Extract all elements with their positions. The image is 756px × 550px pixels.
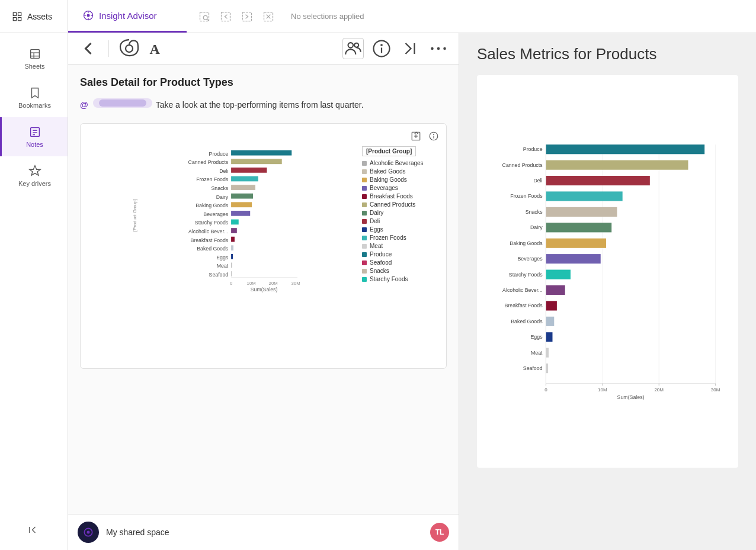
center-toolbar: A xyxy=(68,33,459,65)
bar-rect[interactable] xyxy=(546,301,556,310)
people-icon xyxy=(343,38,363,59)
sidebar-collapse-button[interactable] xyxy=(0,516,68,544)
bar-rect[interactable] xyxy=(546,270,571,279)
svg-rect-57 xyxy=(231,211,250,216)
svg-rect-18 xyxy=(30,50,39,59)
legend-item: Seafood xyxy=(362,259,439,266)
mention-chip[interactable] xyxy=(93,98,152,108)
bar-label: Beverages xyxy=(517,256,543,262)
legend-dot xyxy=(362,236,367,240)
assets-tab[interactable]: Assets xyxy=(0,0,68,33)
legend-label: Starchy Foods xyxy=(370,276,408,282)
back-arrow-icon xyxy=(78,38,99,59)
bar-rect[interactable] xyxy=(546,317,554,326)
svg-text:Baked Goods: Baked Goods xyxy=(197,246,229,252)
shared-space-label: My shared space xyxy=(106,528,423,537)
bar-label: Baked Goods xyxy=(511,319,543,324)
legend-dot xyxy=(362,161,367,166)
bar-rect[interactable] xyxy=(546,239,606,248)
sidebar: Sheets Bookmarks Notes Key drivers xyxy=(0,33,68,550)
svg-rect-1 xyxy=(18,12,21,15)
svg-text:Seafood: Seafood xyxy=(209,272,229,278)
main-chart-svg: ProduceCanned ProductsDeliFrozen FoodsSn… xyxy=(483,87,726,454)
sidebar-item-bookmarks[interactable]: Bookmarks xyxy=(0,78,68,117)
legend-item: Baked Goods xyxy=(362,168,439,175)
x-tick-label: 30M xyxy=(711,387,720,393)
svg-text:Sum(Sales): Sum(Sales) xyxy=(251,287,278,293)
bar-rect[interactable] xyxy=(546,223,611,232)
search-selections-icon[interactable] xyxy=(198,11,210,22)
forward-button[interactable] xyxy=(399,38,421,59)
sidebar-item-sheets[interactable]: Sheets xyxy=(0,39,68,78)
legend-dot xyxy=(362,252,367,257)
back-button[interactable] xyxy=(78,38,99,59)
legend-item: Baking Goods xyxy=(362,176,439,183)
bar-label: Canned Products xyxy=(502,162,543,168)
forward-selections-icon[interactable] xyxy=(241,11,253,22)
bar-rect[interactable] xyxy=(546,364,548,373)
svg-point-5 xyxy=(87,14,90,17)
bar-rect[interactable] xyxy=(546,207,617,217)
svg-rect-43 xyxy=(231,150,291,156)
svg-text:Eggs: Eggs xyxy=(216,255,229,260)
legend-label: Seafood xyxy=(370,259,392,266)
svg-rect-13 xyxy=(222,12,230,21)
bar-rect[interactable] xyxy=(546,254,600,263)
collapse-icon xyxy=(28,524,40,536)
topbar: Assets Insight Advisor No select xyxy=(0,0,756,33)
bar-label: Frozen Foods xyxy=(510,193,543,199)
sidebar-item-key-drivers[interactable]: Key drivers xyxy=(0,156,68,195)
bar-rect[interactable] xyxy=(546,348,549,358)
svg-text:0: 0 xyxy=(230,281,233,286)
bar-rect[interactable] xyxy=(546,285,565,295)
legend-dot xyxy=(362,219,367,224)
mini-legend-title: [Product Group] xyxy=(362,146,416,156)
svg-text:Alcoholic Bever...: Alcoholic Bever... xyxy=(188,229,228,234)
svg-rect-59 xyxy=(231,220,239,225)
space-logo-icon xyxy=(82,526,94,538)
chart-card: Produce Canned Products Deli Frozen Food… xyxy=(80,123,447,369)
svg-rect-63 xyxy=(231,237,235,242)
sidebar-item-notes[interactable]: Notes xyxy=(0,117,68,156)
chart-info-icon[interactable] xyxy=(428,131,439,141)
bar-rect[interactable] xyxy=(546,144,704,154)
people-button[interactable] xyxy=(342,38,364,59)
font-button[interactable]: A xyxy=(147,38,168,59)
bar-label: Starchy Foods xyxy=(509,272,543,278)
notes-label: Notes xyxy=(26,141,43,148)
info-button[interactable] xyxy=(371,38,392,59)
note-title: Sales Detail for Product Types xyxy=(80,76,447,89)
note-body-text: Take a look at the top-performing items … xyxy=(156,98,364,111)
font-icon: A xyxy=(147,38,168,59)
svg-text:A: A xyxy=(150,41,161,57)
legend-dot xyxy=(362,169,367,174)
insight-advisor-tab[interactable]: Insight Advisor xyxy=(68,0,187,33)
chart-card-header xyxy=(88,131,439,141)
center-bottom: My shared space TL xyxy=(68,514,459,550)
mention-at-symbol: @ xyxy=(80,98,88,111)
export-icon[interactable] xyxy=(411,131,421,141)
svg-text:Meat: Meat xyxy=(217,263,229,269)
legend-label: Beverages xyxy=(370,185,398,191)
svg-text:20M: 20M xyxy=(269,281,278,286)
insight-icon xyxy=(82,9,94,21)
bar-rect[interactable] xyxy=(546,160,688,170)
svg-text:Breakfast Foods: Breakfast Foods xyxy=(191,237,229,243)
legend-dot xyxy=(362,211,367,216)
bar-rect[interactable] xyxy=(546,191,622,201)
svg-rect-3 xyxy=(18,17,21,20)
svg-rect-55 xyxy=(231,202,252,208)
bar-rect[interactable] xyxy=(546,176,649,185)
mention-button[interactable] xyxy=(118,38,140,59)
back-selections-icon[interactable] xyxy=(220,11,232,22)
user-initials: TL xyxy=(435,528,444,536)
more-button[interactable] xyxy=(428,38,449,59)
svg-point-41 xyxy=(434,134,434,135)
legend-label: Eggs xyxy=(370,226,383,233)
legend-item: Alcoholic Beverages xyxy=(362,160,439,166)
legend-label: Baking Goods xyxy=(370,176,407,183)
svg-rect-14 xyxy=(243,12,252,21)
clear-selections-icon[interactable] xyxy=(262,11,274,22)
bar-rect[interactable] xyxy=(546,332,552,342)
svg-text:Dairy: Dairy xyxy=(216,194,229,200)
